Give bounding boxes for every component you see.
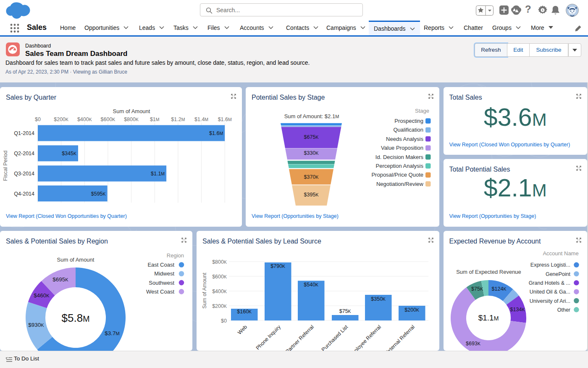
svg-text:Web: Web [236,324,248,336]
svg-text:Sum of Amount: Sum of Amount [202,273,207,309]
svg-text:Sum of Amount: Sum of Amount [113,108,150,114]
svg-text:GenePoint: GenePoint [545,271,570,277]
svg-text:Prospecting: Prospecting [394,118,423,124]
svg-text:$1.1M: $1.1M [151,171,165,177]
svg-text:$200K: $200K [404,307,419,313]
svg-text:Other: Other [557,307,570,313]
svg-text:Sum of Expected Revenue: Sum of Expected Revenue [456,269,521,275]
svg-text:Express Logisti...: Express Logisti... [530,262,570,268]
svg-text:$75K: $75K [339,308,351,314]
svg-text:East Coast: East Coast [147,262,174,268]
svg-text:$134K: $134K [510,307,525,312]
svg-text:$3.7M: $3.7M [105,330,119,336]
svg-text:$350K: $350K [371,296,386,302]
svg-text:$1.2M: $1.2M [171,116,185,122]
svg-text:Needs Analysis: Needs Analysis [386,135,423,142]
svg-text:Q4-2014: Q4-2014 [14,191,34,196]
svg-text:$595K: $595K [91,191,106,196]
svg-text:$1.4M: $1.4M [194,116,208,122]
svg-text:University of Ari...: University of Ari... [529,298,570,304]
svg-text:$200K: $200K [54,116,68,122]
svg-text:Midwest: Midwest [154,270,174,277]
svg-text:Purchased List: Purchased List [320,324,349,351]
svg-text:$460K: $460K [34,292,50,299]
svg-text:$400K: $400K [77,116,92,122]
svg-text:$790K: $790K [270,263,285,269]
svg-text:$930K: $930K [28,322,44,328]
svg-text:Account Name: Account Name [543,250,578,257]
svg-text:United Oil & Ga...: United Oil & Ga... [529,289,570,295]
svg-text:$370K: $370K [304,174,319,180]
svg-text:$1.6M: $1.6M [218,116,232,122]
svg-text:Perception Analysis: Perception Analysis [376,163,424,169]
svg-text:$0: $0 [221,318,227,324]
svg-text:Sum of Amount: Sum of Amount [57,257,94,263]
svg-text:$600K: $600K [101,116,116,122]
svg-text:Stage: Stage [415,108,429,114]
svg-text:Partner Referral: Partner Referral [284,324,315,351]
svg-text:Q1-2014: Q1-2014 [14,130,34,136]
svg-text:$5.8M: $5.8M [62,312,90,324]
svg-text:Region: Region [167,252,184,259]
svg-text:Qualification: Qualification [393,127,423,133]
svg-text:$75K: $75K [471,286,483,292]
svg-text:Q2-2014: Q2-2014 [14,151,34,156]
svg-text:$0: $0 [35,116,41,122]
svg-text:Grand Hotels & ...: Grand Hotels & ... [528,280,570,286]
svg-text:Phone Inquiry: Phone Inquiry [255,324,282,351]
svg-text:Sum of Amount: $2.1M: Sum of Amount: $2.1M [284,113,339,119]
svg-text:$200K: $200K [212,303,227,309]
svg-text:$800K: $800K [212,259,227,265]
svg-text:Fiscal Period: Fiscal Period [3,150,8,180]
svg-text:$1.6M: $1.6M [209,130,223,136]
svg-text:External Referral: External Referral [384,324,416,351]
svg-text:$540K: $540K [304,282,318,288]
svg-text:$124K: $124K [491,286,506,292]
svg-text:$1.1M: $1.1M [478,313,499,322]
svg-text:$345K: $345K [62,151,76,156]
svg-text:$400K: $400K [212,289,227,294]
svg-text:$600K: $600K [212,274,227,280]
svg-text:Value Proposition: Value Proposition [381,145,423,151]
svg-text:$675K: $675K [304,134,319,140]
svg-text:West Coast: West Coast [146,289,174,295]
svg-text:Southwest: Southwest [149,280,174,286]
svg-text:$693K: $693K [466,341,480,347]
svg-text:$395K: $395K [304,191,319,197]
svg-text:Employee Referral: Employee Referral [347,324,382,351]
svg-text:$800K: $800K [124,116,139,122]
svg-text:$695K: $695K [52,276,68,283]
svg-text:Id. Decision Makers: Id. Decision Makers [375,154,424,160]
svg-text:$1M: $1M [150,116,160,122]
svg-text:$160K: $160K [237,309,252,315]
svg-text:$330K: $330K [304,150,319,156]
svg-text:Q3-2014: Q3-2014 [14,171,34,177]
svg-text:Negotiation/Review: Negotiation/Review [376,180,424,187]
svg-text:Proposal/Price Quote: Proposal/Price Quote [371,172,423,178]
